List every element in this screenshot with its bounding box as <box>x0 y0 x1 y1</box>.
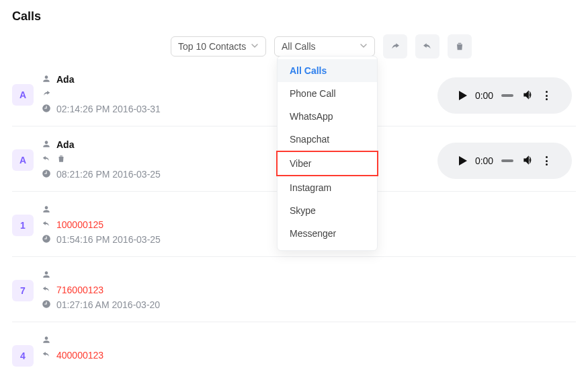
dropdown-item[interactable]: WhatsApp <box>278 105 377 128</box>
dropdown-item[interactable]: Skype <box>278 199 377 222</box>
person-icon <box>42 270 51 281</box>
avatar: 4 <box>12 345 34 367</box>
audio-time: 0:00 <box>475 155 493 166</box>
chevron-down-icon <box>360 41 368 52</box>
person-icon <box>42 335 51 346</box>
avatar: 1 <box>12 215 34 236</box>
clock-icon <box>42 299 51 311</box>
incoming-arrow-icon <box>42 285 51 296</box>
filter-dropdown[interactable]: All CallsPhone CallWhatsAppSnapchatViber… <box>277 56 378 251</box>
call-row: 771600012301:27:16 AM 2016-03-20 <box>12 257 576 322</box>
person-icon <box>42 139 51 151</box>
timestamp: 01:27:16 AM 2016-03-20 <box>56 299 160 310</box>
clock-icon <box>42 169 51 180</box>
incoming-arrow-icon <box>42 154 51 165</box>
audio-player[interactable]: 0:00 <box>437 143 572 179</box>
audio-progress[interactable] <box>501 159 513 162</box>
call-info: 71600012301:27:16 AM 2016-03-20 <box>42 268 576 312</box>
audio-player[interactable]: 0:00 <box>437 77 572 114</box>
person-icon <box>42 205 51 216</box>
dropdown-item[interactable]: Snapchat <box>278 128 377 151</box>
call-row: 4400000123 <box>12 322 576 370</box>
dropdown-item[interactable]: Viber <box>276 151 378 176</box>
incoming-filter-button[interactable] <box>415 34 439 59</box>
clock-icon <box>42 104 51 115</box>
avatar: A <box>12 149 34 171</box>
dropdown-item[interactable]: Instagram <box>278 176 377 199</box>
outgoing-filter-button[interactable] <box>383 34 407 59</box>
trash-filter-button[interactable] <box>448 34 472 59</box>
filter-select-label: All Calls <box>282 41 316 52</box>
call-info: Ada02:14:26 PM 2016-03-31 <box>42 72 437 116</box>
incoming-arrow-icon <box>42 350 51 361</box>
contact-name: Ada <box>56 74 74 85</box>
toolbar: Top 10 Contacts All Calls <box>171 34 576 59</box>
timestamp: 01:54:16 PM 2016-03-25 <box>56 234 161 245</box>
contact-number: 716000123 <box>56 285 103 295</box>
dropdown-item[interactable]: All Calls <box>278 59 377 82</box>
dropdown-item[interactable]: Messenger <box>278 222 377 245</box>
avatar: 7 <box>12 280 34 301</box>
avatar: A <box>12 84 34 106</box>
contact-number: 100000125 <box>56 219 103 230</box>
audio-time: 0:00 <box>475 90 493 101</box>
more-menu-icon[interactable] <box>543 88 550 103</box>
filter-select[interactable]: All Calls <box>274 36 375 57</box>
play-icon[interactable] <box>459 156 467 165</box>
play-icon[interactable] <box>459 91 467 100</box>
volume-icon[interactable] <box>521 88 535 104</box>
contacts-select-label: Top 10 Contacts <box>178 41 246 52</box>
contact-number: 400000123 <box>56 350 103 361</box>
contact-name: Ada <box>56 139 74 150</box>
contacts-select[interactable]: Top 10 Contacts <box>171 36 266 57</box>
timestamp: 08:21:26 PM 2016-03-25 <box>56 169 161 180</box>
timestamp: 02:14:26 PM 2016-03-31 <box>56 104 161 114</box>
incoming-arrow-icon <box>42 219 51 231</box>
clock-icon <box>42 234 51 246</box>
page-title: Calls <box>12 9 576 24</box>
outgoing-arrow-icon <box>42 89 51 100</box>
volume-icon[interactable] <box>521 153 535 169</box>
person-icon <box>42 74 51 85</box>
more-menu-icon[interactable] <box>543 153 550 168</box>
call-info: 400000123 <box>42 333 576 363</box>
audio-progress[interactable] <box>501 94 513 97</box>
chevron-down-icon <box>251 41 259 52</box>
trash-icon[interactable] <box>56 154 66 165</box>
dropdown-item[interactable]: Phone Call <box>278 82 377 105</box>
